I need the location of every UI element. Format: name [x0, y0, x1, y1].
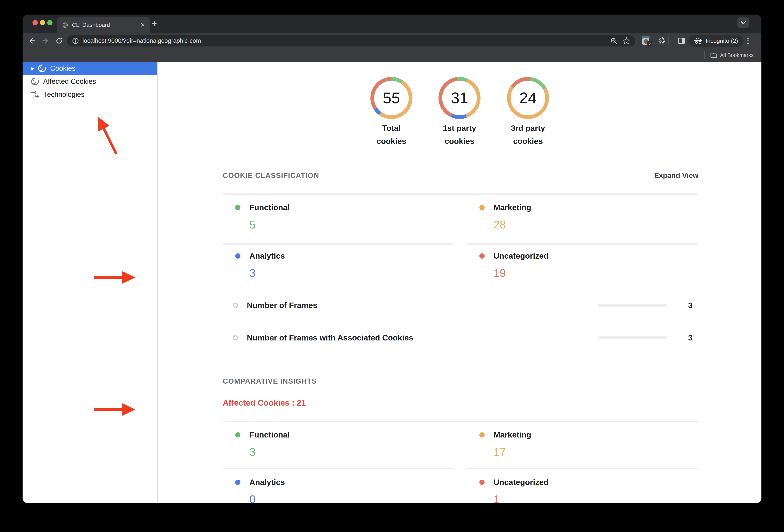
globe-favicon-icon	[62, 22, 68, 28]
divider	[467, 243, 698, 245]
menu-dots-icon	[748, 38, 749, 39]
donut-total-cookies: 55	[370, 77, 413, 119]
forward-arrow-icon	[41, 36, 50, 45]
divider	[223, 421, 698, 422]
classification-cell-analytics: Analytics 3	[223, 250, 453, 279]
category-dot	[479, 205, 484, 210]
sidebar: ▶ Cookies Affe	[23, 62, 158, 503]
incognito-icon	[694, 38, 702, 44]
tab-title: CLI Dashboard	[72, 22, 140, 28]
tab-search-chevron-button[interactable]	[737, 17, 749, 28]
expand-view-button[interactable]: Expand View	[654, 172, 698, 180]
sidebar-item-cookies[interactable]: ▶ Cookies	[23, 62, 157, 75]
category-count: 28	[494, 218, 697, 231]
category-dot	[235, 254, 241, 259]
browser-tab[interactable]: CLI Dashboard ✕	[57, 17, 150, 33]
page-content: ▶ Cookies Affe	[23, 62, 761, 503]
category-count: 19	[494, 267, 697, 279]
category-count: 3	[249, 267, 453, 279]
category-count: 3	[249, 445, 453, 458]
category-dot	[235, 205, 241, 210]
tab-close-icon[interactable]: ✕	[140, 22, 145, 28]
category-count: 1	[494, 493, 697, 503]
technologies-icon	[31, 90, 39, 99]
donut-third-party-cookies: 24	[507, 77, 549, 119]
donut-value: 24	[520, 89, 537, 107]
category-count: 0	[249, 493, 453, 503]
category-dot	[235, 480, 241, 485]
side-panel-icon	[677, 36, 686, 45]
comparative-cell-uncategorized: Uncategorized 1	[467, 477, 697, 503]
magnifier-plus-icon	[610, 37, 617, 45]
site-info-icon[interactable]	[72, 37, 79, 45]
cookie-icon	[31, 78, 39, 85]
browser-window: CLI Dashboard ✕ +	[23, 14, 761, 503]
bookmark-star-button[interactable]	[622, 37, 630, 45]
extensions-button[interactable]	[657, 36, 665, 45]
sidebar-item-label: Cookies	[50, 64, 76, 72]
affected-cookies-count: Affected Cookies : 21	[223, 398, 306, 408]
back-arrow-icon	[28, 36, 36, 45]
frame-ring-icon	[233, 335, 238, 341]
folder-icon	[710, 52, 717, 58]
dashboard-main: 55 31 24 Totalcookies 1st partycookies 3…	[158, 62, 761, 503]
frame-ring-icon	[233, 303, 238, 308]
donut-value: 55	[383, 89, 400, 107]
incognito-label: Incognito (2)	[706, 37, 738, 44]
sidebar-item-technologies[interactable]: Technologies	[23, 88, 157, 101]
chevron-down-icon	[740, 21, 747, 25]
back-button[interactable]	[28, 36, 36, 45]
toolbar-right-group: 2	[640, 35, 753, 47]
divider	[223, 243, 453, 245]
donut-first-party-cookies: 31	[439, 77, 480, 119]
star-icon	[622, 37, 630, 45]
all-bookmarks-button[interactable]: All Bookmarks	[720, 52, 754, 58]
tab-strip: CLI Dashboard ✕ +	[23, 14, 761, 33]
browser-menu-button[interactable]	[748, 38, 749, 44]
classification-title: COOKIE CLASSIFICATION	[223, 172, 319, 180]
category-dot	[479, 432, 484, 438]
classification-cell-uncategorized: Uncategorized 19	[467, 250, 697, 279]
divider	[223, 468, 453, 469]
bookmarks-bar: All Bookmarks	[23, 49, 761, 62]
cookie-extension-button[interactable]: 2	[642, 36, 650, 46]
sidebar-item-label: Technologies	[44, 90, 84, 98]
incognito-profile-pill[interactable]: Incognito (2)	[689, 35, 744, 47]
divider	[223, 194, 698, 195]
sidebar-item-affected-cookies[interactable]: Affected Cookies	[23, 75, 157, 88]
frame-progress-bar	[598, 336, 667, 339]
donut-label: 3rd partycookies	[487, 122, 569, 148]
traffic-light-close[interactable]	[32, 20, 38, 25]
url-text[interactable]: localhost:9000/?dir=nationalgeographic-c…	[83, 37, 605, 45]
reload-icon	[55, 36, 63, 45]
reload-button[interactable]	[55, 36, 63, 45]
frames-row: Number of Frames with Associated Cookies…	[223, 332, 698, 344]
comparative-title: COMPARATIVE INSIGHTS	[223, 377, 317, 385]
category-count: 5	[249, 218, 453, 231]
puzzle-icon	[657, 36, 665, 45]
traffic-light-minimize[interactable]	[40, 20, 45, 25]
classification-cell-functional: Functional 5	[223, 202, 453, 231]
forward-button[interactable]	[41, 36, 50, 45]
screenshot-stage: CLI Dashboard ✕ +	[0, 0, 784, 532]
classification-cell-marketing: Marketing 28	[467, 202, 697, 231]
category-dot	[479, 480, 484, 485]
expand-triangle-icon[interactable]: ▶	[31, 65, 35, 71]
frames-row: Number of Frames 3	[223, 299, 698, 311]
zoom-page-button[interactable]	[610, 37, 617, 45]
toolbar-separator	[668, 36, 669, 45]
comparative-cell-functional: Functional 3	[223, 430, 453, 458]
donut-value: 31	[451, 89, 468, 107]
url-omnibox[interactable]: localhost:9000/?dir=nationalgeographic-c…	[67, 35, 635, 47]
comparative-cell-marketing: Marketing 17	[467, 430, 697, 458]
traffic-light-zoom[interactable]	[47, 20, 53, 25]
browser-toolbar: localhost:9000/?dir=nationalgeographic-c…	[23, 33, 761, 49]
comparative-cell-analytics: Analytics 0	[223, 477, 453, 503]
divider	[467, 468, 698, 469]
category-dot	[479, 254, 484, 259]
category-count: 17	[494, 445, 697, 458]
sidebar-item-label: Affected Cookies	[43, 78, 96, 86]
new-tab-button[interactable]: +	[152, 19, 157, 28]
side-panel-button[interactable]	[677, 36, 686, 45]
cookie-icon	[38, 64, 46, 72]
